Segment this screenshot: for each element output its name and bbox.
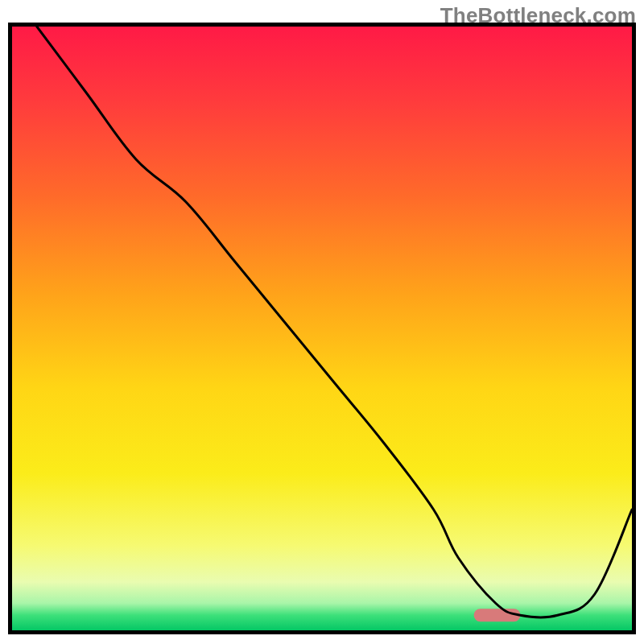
chart-frame <box>8 23 636 634</box>
optimal-range-marker <box>474 609 521 621</box>
chart-svg <box>12 27 632 630</box>
chart-canvas: TheBottleneck.com <box>0 0 644 644</box>
